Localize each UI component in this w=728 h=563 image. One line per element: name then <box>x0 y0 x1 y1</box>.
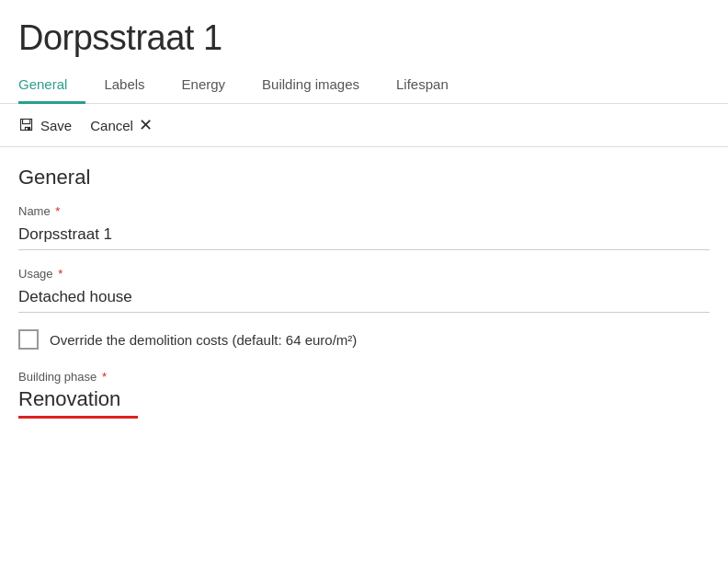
usage-field-group: Usage * Detached house <box>18 267 710 313</box>
name-field-group: Name * Dorpsstraat 1 <box>18 204 710 250</box>
tabs-bar: General Labels Energy Building images Li… <box>0 67 728 104</box>
section-title: General <box>18 166 710 190</box>
cancel-button[interactable]: Cancel ✕ <box>90 113 153 137</box>
toolbar: 🖫 Save Cancel ✕ <box>0 104 728 147</box>
save-icon: 🖫 <box>18 116 35 135</box>
tab-lifespan[interactable]: Lifespan <box>378 67 467 104</box>
usage-value[interactable]: Detached house <box>18 284 710 313</box>
demolition-checkbox-row: Override the demolition costs (default: … <box>18 329 710 350</box>
cancel-icon: ✕ <box>139 115 153 135</box>
building-phase-underline <box>18 416 138 419</box>
name-value[interactable]: Dorpsstraat 1 <box>18 222 710 250</box>
tab-building-images[interactable]: Building images <box>244 67 378 104</box>
page-container: Dorpsstraat 1 General Labels Energy Buil… <box>0 0 728 419</box>
usage-label: Usage * <box>18 267 710 281</box>
demolition-checkbox[interactable] <box>18 329 39 350</box>
tab-energy[interactable]: Energy <box>164 67 245 104</box>
save-button[interactable]: 🖫 Save <box>18 114 72 137</box>
tab-general[interactable]: General <box>18 67 85 104</box>
save-label: Save <box>40 118 72 133</box>
tab-labels[interactable]: Labels <box>85 67 163 104</box>
building-phase-label: Building phase * <box>18 370 710 384</box>
name-label: Name * <box>18 204 710 218</box>
building-phase-value[interactable]: Renovation <box>18 387 710 413</box>
usage-required: * <box>55 267 63 281</box>
building-phase-required: * <box>98 370 107 384</box>
content-area: General Name * Dorpsstraat 1 Usage * Det… <box>0 147 728 419</box>
building-phase-section: Building phase * Renovation <box>18 370 710 419</box>
page-header: Dorpsstraat 1 <box>0 0 728 67</box>
demolition-checkbox-label: Override the demolition costs (default: … <box>50 332 357 348</box>
page-title: Dorpsstraat 1 <box>18 18 710 58</box>
cancel-label: Cancel <box>90 118 133 133</box>
name-required: * <box>52 204 61 218</box>
